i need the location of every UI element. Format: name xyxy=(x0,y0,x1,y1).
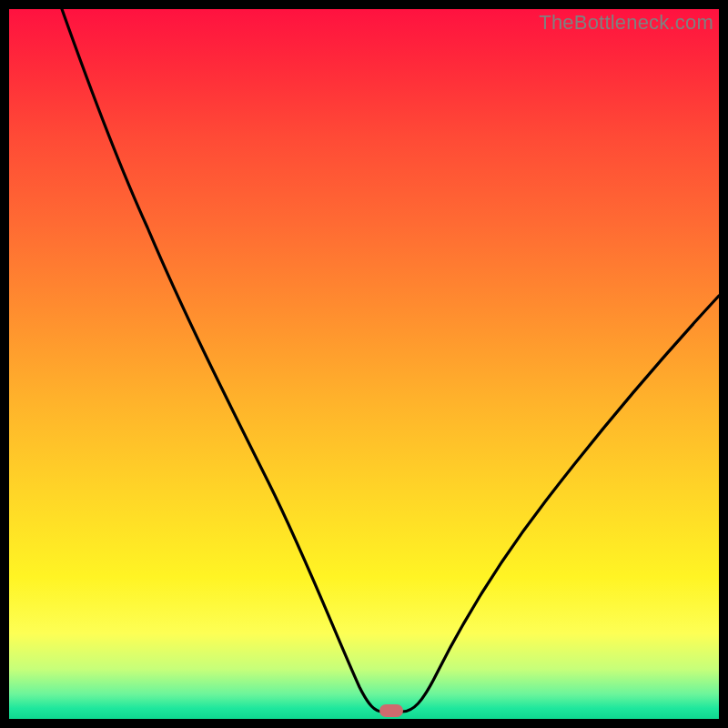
chart-frame: TheBottleneck.com xyxy=(0,0,728,728)
plot-area: TheBottleneck.com xyxy=(9,9,719,719)
bottleneck-curve xyxy=(9,9,719,719)
curve-path xyxy=(62,9,719,712)
min-marker xyxy=(379,704,403,717)
